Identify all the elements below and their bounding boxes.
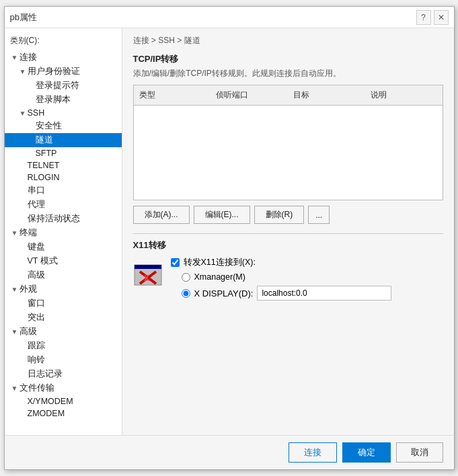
delete-button[interactable]: 删除(R): [254, 206, 305, 224]
tree-item-label: 高级: [20, 326, 37, 338]
tree-item-label: 高级: [28, 270, 45, 281]
tree-item-label: 键盘: [28, 241, 45, 253]
sidebar-item-gao-ji[interactable]: ▼高级: [5, 325, 122, 339]
x11-options: 转发X11连接到(X): Xmanager(M) X DISPLAY(D):: [171, 257, 392, 301]
sidebar-item-ssh[interactable]: ▼SSH: [5, 107, 122, 119]
tree-expand-icon: ▼: [18, 68, 28, 75]
sidebar-item-xymodem[interactable]: X/YMODEM: [5, 395, 122, 407]
xmanager-radio[interactable]: [182, 273, 190, 282]
sidebar-item-dai-li[interactable]: 代理: [5, 198, 122, 212]
sidebar-item-gao-ji-zd[interactable]: 高级: [5, 268, 122, 282]
sidebar-item-lian-jie[interactable]: ▼连接: [5, 50, 122, 65]
tree-item-label: 连接: [20, 52, 37, 63]
col-desc: 说明: [365, 88, 443, 102]
xdisplay-row: X DISPLAY(D):: [171, 286, 392, 301]
sidebar-item-zhong-duan[interactable]: ▼终端: [5, 226, 122, 240]
tree-item-label: 外观: [20, 284, 37, 295]
tree-item-label: SFTP: [36, 149, 57, 158]
sidebar-item-wenjian-chuanshu[interactable]: ▼文件传输: [5, 381, 122, 395]
tree-item-label: 保持活动状态: [28, 213, 80, 225]
tree-item-label: 终端: [20, 227, 37, 239]
breadcrumb-text: 连接 > SSH > 隧道: [133, 36, 200, 45]
tree-item-label: 用户身份验证: [28, 66, 80, 77]
tree-expand-icon: ▼: [10, 229, 20, 237]
tree-item-label: 跟踪: [28, 340, 45, 352]
x11-section-title: X11转移: [133, 233, 443, 251]
x-display-input[interactable]: [257, 286, 391, 301]
tree-item-label: 隧道: [36, 134, 53, 146]
sidebar-item-ling-sheng[interactable]: 响铃: [5, 353, 122, 367]
sidebar-item-jian-pan[interactable]: 键盘: [5, 240, 122, 254]
tree-expand-icon: ▼: [10, 328, 20, 335]
sidebar-item-denglu-jiaob[interactable]: 登录脚本: [5, 93, 122, 107]
x11-checkbox-row: 转发X11连接到(X):: [171, 257, 392, 268]
tree-item-label: 突出: [28, 312, 45, 323]
table-buttons: 添加(A)... 编辑(E)... 删除(R) ...: [133, 206, 443, 224]
svg-rect-1: [135, 265, 161, 269]
help-button[interactable]: ?: [416, 10, 431, 25]
tree-expand-icon: ▼: [10, 385, 20, 392]
tcp-table: 类型 侦听端口 目标 说明: [133, 85, 443, 200]
sidebar-item-yonghu-yanzheng[interactable]: ▼用户身份验证: [5, 65, 122, 79]
sidebar-item-telnet[interactable]: TELNET: [5, 159, 122, 171]
sidebar-item-denglu-tishi[interactable]: 登录提示符: [5, 79, 122, 93]
tree-item-label: 日志记录: [28, 368, 63, 380]
sidebar-item-baochi-huoz[interactable]: 保持活动状态: [5, 212, 122, 226]
tree-item-label: 响铃: [28, 354, 45, 366]
content-area: 类别(C): ▼连接▼用户身份验证登录提示符登录脚本▼SSH安全性隧道SFTPT…: [5, 28, 454, 435]
sidebar-item-chuan-kou[interactable]: 串口: [5, 184, 122, 198]
tree-item-label: TELNET: [28, 161, 60, 170]
sidebar-item-chuang-kou[interactable]: 窗口: [5, 296, 122, 311]
category-label: 类别(C):: [5, 34, 122, 50]
tree-item-label: 安全性: [36, 120, 62, 132]
tree-container: ▼连接▼用户身份验证登录提示符登录脚本▼SSH安全性隧道SFTPTELNETRL…: [5, 50, 122, 420]
tree-expand-icon: ▼: [10, 286, 20, 293]
close-button[interactable]: ✕: [434, 10, 449, 25]
x11-icon: X: [133, 260, 163, 289]
tcp-section-desc: 添加/编辑/删除TCP/IP转移规则。此规则连接后自动应用。: [133, 68, 443, 79]
table-body: [134, 106, 443, 200]
connect-button[interactable]: 连接: [289, 442, 337, 463]
edit-button[interactable]: 编辑(E)...: [194, 206, 250, 224]
tree-item-label: X/YMODEM: [28, 397, 73, 406]
sidebar: 类别(C): ▼连接▼用户身份验证登录提示符登录脚本▼SSH安全性隧道SFTPT…: [5, 28, 122, 435]
tree-item-label: 窗口: [28, 298, 45, 309]
sidebar-item-rlogin[interactable]: RLOGIN: [5, 171, 122, 184]
sidebar-item-rizhi-jilu[interactable]: 日志记录: [5, 367, 122, 381]
sidebar-item-zmodem[interactable]: ZMODEM: [5, 407, 122, 420]
bottom-bar: 连接 确定 取消: [5, 435, 454, 469]
x11-checkbox-label: 转发X11连接到(X):: [184, 257, 256, 268]
tree-item-label: ZMODEM: [28, 409, 65, 418]
tree-item-label: VT 模式: [28, 255, 58, 267]
x11-content: X 转发X11连接到(X): Xmanager(M) X DI: [133, 257, 443, 301]
sidebar-item-vt-mode[interactable]: VT 模式: [5, 254, 122, 268]
svg-text:X: X: [144, 274, 149, 283]
dialog-container: pb属性 ? ✕ 类别(C): ▼连接▼用户身份验证登录提示符登录脚本▼SSH安…: [4, 6, 455, 470]
col-type: 类型: [134, 88, 211, 102]
sidebar-item-anquan[interactable]: 安全性: [5, 119, 122, 133]
right-panel: 连接 > SSH > 隧道 TCP/IP转移 添加/编辑/删除TCP/IP转移规…: [122, 28, 454, 435]
dialog-title: pb属性: [10, 11, 37, 24]
ok-button[interactable]: 确定: [342, 442, 391, 463]
more-button[interactable]: ...: [308, 206, 330, 224]
sidebar-item-tu-chu[interactable]: 突出: [5, 311, 122, 325]
xdisplay-radio[interactable]: [182, 289, 190, 298]
cancel-button[interactable]: 取消: [396, 442, 443, 463]
title-bar-buttons: ? ✕: [416, 10, 449, 25]
tree-item-label: SSH: [28, 108, 45, 118]
table-header: 类型 侦听端口 目标 说明: [134, 85, 443, 106]
sidebar-item-sftp[interactable]: SFTP: [5, 147, 122, 159]
sidebar-item-gen-zong[interactable]: 跟踪: [5, 339, 122, 353]
col-listen: 侦听端口: [211, 88, 288, 102]
tree-item-label: 文件传输: [20, 383, 54, 394]
x11-forward-checkbox[interactable]: [171, 258, 180, 267]
tree-item-label: 登录提示符: [36, 80, 79, 91]
xmanager-label: Xmanager(M): [194, 272, 245, 282]
xdisplay-label: X DISPLAY(D):: [194, 288, 254, 299]
sidebar-item-wai-guan[interactable]: ▼外观: [5, 282, 122, 296]
sidebar-item-sui-dao[interactable]: 隧道: [5, 133, 122, 147]
tree-item-label: RLOGIN: [28, 173, 60, 182]
tree-item-label: 串口: [28, 185, 45, 196]
add-button[interactable]: 添加(A)...: [133, 206, 190, 224]
tree-expand-icon: ▼: [18, 110, 28, 117]
